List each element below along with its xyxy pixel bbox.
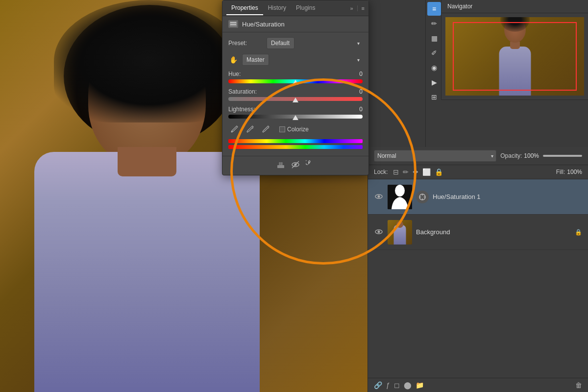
fill-area: Fill: 100% [556, 169, 582, 175]
svg-rect-7 [279, 162, 283, 165]
lock-artboard-icon[interactable]: ⬜ [422, 168, 431, 176]
layers-lock-row: Lock: ⊟ ✏ ✥ ⬜ 🔒 Fill: 100% [368, 165, 588, 179]
tab-properties[interactable]: Properties [226, 1, 263, 15]
person-neck [118, 147, 176, 176]
tab-history[interactable]: History [263, 1, 291, 15]
eyedropper-remove-icon[interactable]: − [260, 123, 271, 135]
lock-position-icon[interactable]: ✥ [413, 168, 418, 176]
lightness-slider-container [228, 115, 363, 119]
layer-thumb-person-head-small [396, 221, 403, 228]
svg-point-14 [395, 185, 405, 196]
reset-icon[interactable] [306, 160, 315, 171]
saturation-slider-thumb[interactable] [293, 98, 298, 102]
lock-transparent-icon[interactable]: ⊟ [393, 168, 399, 176]
layer-thumb-hue-inner [388, 185, 412, 209]
eyedropper-icon[interactable] [228, 123, 240, 135]
svg-text:−: − [267, 126, 270, 130]
properties-toolbar-icon: ≡ [432, 5, 436, 13]
color-toolbar-icon: ◉ [431, 64, 437, 72]
panel-title-text: Hue/Saturation [242, 21, 285, 28]
layer-name-hue-saturation: Hue/Saturation 1 [433, 193, 582, 200]
pencil-toolbar-icon: ✐ [431, 49, 437, 57]
layer-delete-icon[interactable]: 🗑 [575, 381, 582, 389]
saturation-slider-row: Saturation: 0 [228, 88, 363, 101]
opacity-slider[interactable] [543, 155, 582, 157]
person-afro [54, 0, 245, 122]
brush-toolbar-btn[interactable]: ✏ [427, 17, 441, 30]
opacity-value[interactable]: 100% [524, 152, 539, 159]
layer-thumb-bg-inner [388, 220, 412, 245]
layer-mask-icon[interactable]: ◻ [394, 381, 400, 389]
lightness-label: Lightness: [228, 106, 255, 113]
fill-value[interactable]: 100% [567, 169, 582, 175]
svg-point-13 [378, 195, 380, 197]
layer-adjustment-btn[interactable]: ⬤ [404, 381, 412, 389]
svg-point-21 [378, 230, 380, 233]
colorize-checkbox[interactable] [279, 126, 285, 132]
eyedropper-add-icon[interactable]: + [244, 123, 256, 135]
colorize-row: Colorize [279, 126, 309, 133]
rectangle-toolbar-btn[interactable]: ▦ [427, 31, 441, 45]
tab-plugins[interactable]: Plugins [291, 1, 320, 15]
clip-to-layer-icon[interactable] [276, 160, 285, 171]
layer-group-icon[interactable]: 📁 [416, 381, 424, 389]
saturation-label: Saturation: [228, 88, 257, 95]
navigator-panel: Navigator [441, 0, 588, 100]
saturation-slider-container [228, 97, 363, 101]
hue-value: 0 [353, 71, 363, 77]
hue-label: Hue: [228, 71, 241, 77]
layers-toolbar-btn[interactable]: ⊞ [427, 90, 441, 104]
lock-pixels-icon[interactable]: ✏ [403, 168, 409, 176]
layer-name-background: Background [416, 228, 571, 236]
panel-title-icon [228, 20, 238, 28]
layer-effects-icon[interactable]: ƒ [386, 381, 390, 389]
adjustment-layer-icon [229, 21, 238, 27]
saturation-value: 0 [353, 88, 363, 95]
layers-mode-bar: Normal Dissolve Multiply Screen Overlay … [368, 147, 588, 165]
layer-item-background[interactable]: Background 🔒 [368, 215, 588, 250]
lightness-slider-row: Lightness: 0 [228, 106, 363, 119]
layer-eye-hue-saturation[interactable] [374, 193, 384, 201]
svg-rect-1 [230, 22, 236, 23]
preset-select-wrapper: Default [267, 37, 363, 49]
color-toolbar-btn[interactable]: ◉ [427, 61, 441, 74]
play-toolbar-btn[interactable]: ▶ [427, 75, 441, 89]
panel-tabs-more: » ≡ [350, 5, 365, 11]
channel-select-wrapper: Master [242, 54, 363, 66]
layer-link-icon[interactable]: 🔗 [374, 381, 382, 389]
more-panels-icon[interactable]: » [350, 5, 353, 11]
lock-all-icon[interactable]: 🔒 [435, 168, 443, 176]
navigator-header: Navigator [441, 0, 588, 13]
pencil-toolbar-btn[interactable]: ✐ [427, 46, 441, 60]
play-toolbar-icon: ▶ [432, 78, 437, 86]
navigator-viewport-box [453, 22, 577, 91]
colorize-label: Colorize [287, 126, 309, 133]
layers-panel: Normal Dissolve Multiply Screen Overlay … [368, 147, 588, 392]
person-body [34, 152, 260, 392]
panel-menu-icon[interactable]: ≡ [362, 5, 365, 11]
layer-thumb-background [388, 220, 412, 245]
panel-footer [222, 156, 368, 175]
preset-select[interactable]: Default [267, 37, 294, 49]
properties-panel: Properties History Plugins » ≡ Hue/Satur… [222, 0, 369, 175]
layer-item-hue-saturation[interactable]: Hue/Saturation 1 [368, 179, 588, 215]
lightness-slider-thumb[interactable] [293, 115, 298, 120]
properties-toolbar-btn[interactable]: ≡ [427, 2, 441, 16]
rectangle-toolbar-icon: ▦ [431, 34, 438, 42]
layer-eye-background[interactable] [374, 228, 384, 236]
navigator-thumbnail [445, 17, 584, 96]
lock-icons-group: ⊟ ✏ ✥ ⬜ 🔒 [393, 168, 443, 176]
blend-mode-wrapper: Normal Dissolve Multiply Screen Overlay [374, 150, 496, 162]
svg-line-10 [292, 161, 299, 168]
hue-slider-thumb[interactable] [293, 80, 298, 85]
layer-thumb-silhouette [388, 185, 412, 209]
layer-lock-icon: 🔒 [575, 229, 582, 236]
blend-mode-select[interactable]: Normal Dissolve Multiply Screen Overlay [374, 150, 496, 162]
layers-bottom-bar: 🔗 ƒ ◻ ⬤ 📁 🗑 [368, 378, 588, 392]
hue-slider-row: Hue: 0 [228, 71, 363, 83]
visibility-icon[interactable] [291, 160, 300, 171]
channel-hand-icon: ✋ [229, 56, 238, 64]
layer-thumb-person-body-small [394, 225, 406, 245]
channel-select[interactable]: Master [242, 54, 269, 66]
panel-tabs-separator [357, 5, 358, 11]
